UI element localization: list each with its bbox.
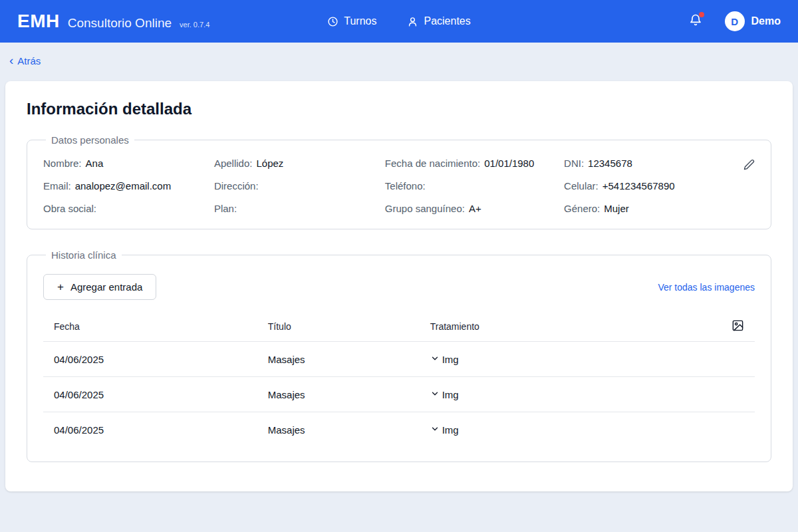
person-icon	[407, 16, 418, 27]
personal-fields-grid: Nombre:Ana Apellido:López Fecha de nacim…	[43, 154, 755, 214]
back-row: ‹ Atrás	[0, 43, 798, 77]
notification-dot	[699, 12, 704, 17]
history-toolbar: + Agregar entrada Ver todas las imagenes	[43, 269, 755, 300]
nav-turnos[interactable]: Turnos	[327, 15, 376, 27]
field-grupo-sanguineo: Grupo sanguíneo:A+	[385, 203, 557, 214]
nav-turnos-label: Turnos	[344, 15, 376, 27]
avatar: D	[725, 11, 745, 31]
img-label: Img	[442, 389, 459, 400]
user-name: Demo	[751, 15, 781, 27]
field-genero: Género:Mujer	[564, 203, 728, 214]
img-expander[interactable]: Img	[430, 389, 513, 400]
view-all-images-link[interactable]: Ver todas las imagenes	[658, 282, 755, 293]
history-table: Fecha Título Tratamiento 04/06/2025 Masa…	[43, 312, 755, 447]
cell-titulo: Masajes	[268, 424, 430, 436]
clock-icon	[327, 16, 338, 27]
personal-data-legend: Datos personales	[46, 134, 134, 146]
add-entry-button[interactable]: + Agregar entrada	[43, 274, 156, 300]
page-title: Información detallada	[27, 100, 771, 118]
clinical-history-legend: Historia clínica	[46, 249, 122, 261]
app-logo: EMH	[17, 11, 60, 32]
field-email: Email:analopez@email.com	[43, 180, 207, 192]
user-menu[interactable]: D Demo	[725, 11, 781, 31]
field-plan: Plan:	[214, 203, 378, 214]
field-fecha-nacimiento: Fecha de nacimiento:01/01/1980	[385, 158, 557, 169]
edit-button[interactable]	[742, 158, 756, 174]
cell-fecha: 04/06/2025	[54, 354, 268, 365]
img-label: Img	[442, 354, 459, 365]
field-nombre: Nombre:Ana	[43, 158, 207, 169]
brand: EMH Consultorio Online ver. 0.7.4	[17, 11, 327, 32]
field-celular: Celular:+541234567890	[564, 180, 728, 192]
cell-titulo: Masajes	[268, 389, 430, 400]
img-label: Img	[442, 424, 459, 436]
app-version: ver. 0.7.4	[180, 21, 209, 29]
app-name: Consultorio Online	[68, 16, 172, 31]
nav-pacientes[interactable]: Pacientes	[407, 15, 470, 27]
field-obra-social: Obra social:	[43, 203, 207, 214]
chevron-down-icon	[430, 389, 440, 400]
field-apellido: Apellido:López	[214, 158, 378, 169]
back-link-label: Atrás	[17, 55, 41, 66]
personal-data-section: Datos personales Nombre:Ana Apellido:Lóp…	[27, 134, 771, 229]
nav-pacientes-label: Pacientes	[424, 15, 470, 27]
image-column-icon	[732, 319, 744, 334]
img-expander[interactable]: Img	[430, 424, 513, 436]
cell-fecha: 04/06/2025	[54, 424, 268, 436]
add-entry-label: Agregar entrada	[70, 281, 142, 293]
field-direccion: Dirección:	[214, 180, 378, 192]
main-nav: Turnos Pacientes	[327, 15, 470, 27]
table-row: 04/06/2025 Masajes Img	[43, 412, 755, 447]
notifications-bell-button[interactable]	[689, 13, 702, 29]
chevron-down-icon	[430, 424, 440, 436]
col-header-tratamiento: Tratamiento	[430, 321, 513, 332]
col-header-fecha: Fecha	[54, 321, 268, 332]
app-header: EMH Consultorio Online ver. 0.7.4 Turnos…	[0, 0, 798, 43]
field-telefono: Teléfono:	[385, 180, 557, 192]
plus-icon: +	[57, 281, 64, 293]
cell-titulo: Masajes	[268, 354, 430, 365]
user-area: D Demo	[471, 11, 781, 31]
table-header-row: Fecha Título Tratamiento	[43, 312, 755, 341]
pencil-icon	[743, 162, 755, 172]
back-link[interactable]: ‹ Atrás	[9, 55, 41, 67]
chevron-down-icon	[430, 354, 440, 365]
table-row: 04/06/2025 Masajes Img	[43, 376, 755, 412]
clinical-history-section: Historia clínica + Agregar entrada Ver t…	[27, 249, 771, 462]
cell-fecha: 04/06/2025	[54, 389, 268, 400]
img-expander[interactable]: Img	[430, 354, 513, 365]
col-header-titulo: Título	[268, 321, 430, 332]
table-row: 04/06/2025 Masajes Img	[43, 341, 755, 376]
chevron-left-icon: ‹	[9, 54, 13, 66]
field-dni: DNI:12345678	[564, 158, 728, 169]
detail-card: Información detallada Datos personales N…	[5, 81, 793, 491]
